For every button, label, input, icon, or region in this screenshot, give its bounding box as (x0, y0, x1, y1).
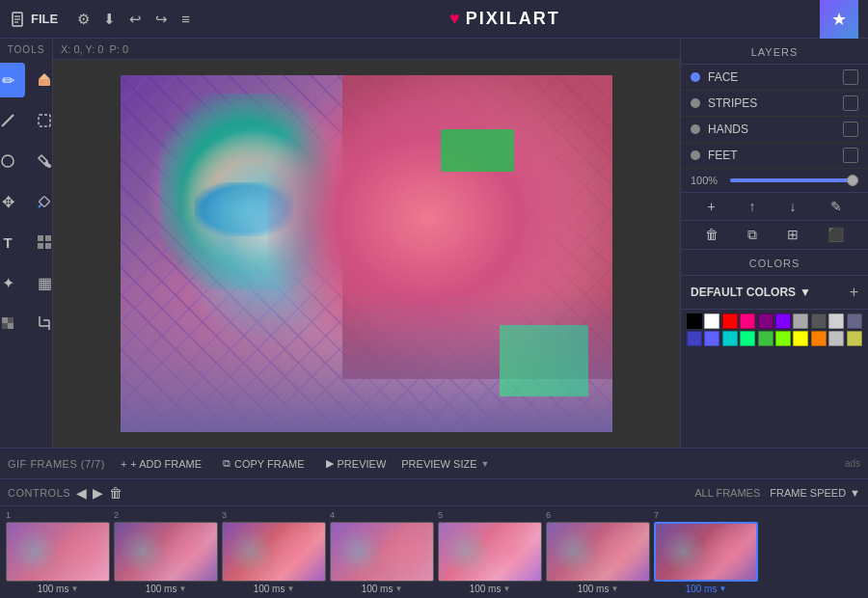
layer-item-feet[interactable]: FEET (681, 143, 868, 169)
eyedropper-icon (36, 193, 53, 210)
heart-icon: ♥ (449, 9, 460, 29)
frame-number: 3 (222, 510, 227, 520)
layer-vis-toggle[interactable] (843, 122, 858, 137)
frame-time-arrow[interactable]: ▼ (178, 584, 186, 593)
color-swatch[interactable] (811, 331, 827, 346)
layer-vis-toggle[interactable] (843, 148, 858, 163)
crop-icon (36, 314, 53, 332)
frame-time: 100 ms (38, 584, 69, 594)
layer-delete-btn[interactable]: 🗑 (705, 227, 719, 243)
color-swatch[interactable] (722, 313, 738, 329)
preview-size-arrow: ▼ (481, 459, 490, 469)
color-swatch[interactable] (687, 313, 702, 329)
frame-thumb[interactable] (330, 522, 434, 582)
premium-button[interactable]: ★ (820, 0, 858, 39)
frame-thumb[interactable] (222, 522, 326, 582)
opacity-slider[interactable] (730, 178, 858, 182)
redo-icon[interactable]: ↪ (155, 11, 168, 28)
ctrl-delete-btn[interactable]: 🗑 (109, 485, 122, 501)
layer-item-stripes[interactable]: STRIPES (681, 91, 868, 117)
frame-time-arrow[interactable]: ▼ (394, 584, 402, 593)
ctrl-next-btn[interactable]: ▶ (93, 485, 103, 501)
color-swatch[interactable] (758, 331, 773, 346)
layer-merge-btn[interactable]: ⊞ (787, 227, 799, 243)
color-swatch[interactable] (758, 313, 773, 329)
frame-time-arrow[interactable]: ▼ (502, 584, 510, 593)
layer-add-btn[interactable]: + (707, 199, 715, 214)
frame-item[interactable]: 1 100 ms ▼ (6, 510, 110, 594)
layer-copy-btn[interactable]: ⧉ (747, 227, 757, 243)
frame-time-arrow[interactable]: ▼ (286, 584, 294, 593)
frames-toolbar: GIF FRAMES (7/7) + + ADD FRAME ⧉ COPY FR… (0, 448, 868, 479)
frame-time-arrow[interactable]: ▼ (719, 584, 726, 593)
preview-size-btn[interactable]: PREVIEW SIZE ▼ (401, 458, 489, 470)
frame-item[interactable]: 3 100 ms ▼ (222, 510, 326, 594)
tool-ellipse[interactable] (0, 144, 25, 178)
layer-more-btn[interactable]: ⬛ (827, 227, 844, 243)
canvas-image[interactable] (121, 75, 612, 432)
opacity-row: 100% (681, 169, 868, 193)
color-swatch[interactable] (775, 313, 791, 329)
color-swatch[interactable] (775, 331, 791, 346)
color-swatch[interactable] (740, 331, 755, 346)
ads-label: ads (845, 458, 860, 469)
colors-add-btn[interactable]: + (850, 284, 858, 301)
hamburger-icon[interactable]: ≡ (181, 11, 190, 27)
color-swatch[interactable] (740, 313, 755, 329)
layer-down-btn[interactable]: ↓ (790, 199, 797, 214)
controls-bar: CONTROLS ◀ ▶ 🗑 ALL FRAMES FRAME SPEED ▼ (0, 479, 868, 506)
layer-edit-btn[interactable]: ✎ (830, 199, 842, 214)
color-swatch[interactable] (793, 313, 808, 329)
layer-item-face[interactable]: FACE (681, 65, 868, 91)
color-swatch[interactable] (722, 331, 738, 346)
color-swatch[interactable] (811, 313, 827, 329)
add-frame-btn[interactable]: + + ADD FRAME (115, 456, 207, 472)
frame-thumb[interactable] (546, 522, 650, 582)
frame-speed-btn[interactable]: FRAME SPEED ▼ (770, 487, 860, 499)
settings-icon[interactable]: ⚙ (77, 11, 90, 28)
ctrl-prev-btn[interactable]: ◀ (76, 485, 87, 501)
copy-frame-btn[interactable]: ⧉ COPY FRAME (217, 455, 311, 472)
frame-thumb[interactable] (6, 522, 110, 582)
frame-thumb-selected[interactable] (654, 522, 758, 582)
tool-move[interactable]: ✥ (0, 184, 25, 219)
color-swatch[interactable] (828, 313, 844, 329)
tool-pencil[interactable]: ✏ (0, 63, 25, 97)
layer-up-btn[interactable]: ↑ (749, 199, 756, 214)
color-swatch[interactable] (687, 331, 702, 346)
frame-thumb[interactable] (438, 522, 542, 582)
layer-vis-toggle[interactable] (843, 69, 858, 85)
download-icon[interactable]: ⬇ (103, 11, 116, 28)
copy-frame-label: COPY FRAME (234, 458, 305, 470)
frame-item[interactable]: 6 100 ms ▼ (546, 510, 650, 594)
tool-wand[interactable]: ✦ (0, 265, 25, 300)
colors-dropdown-icon[interactable]: ▼ (800, 285, 811, 299)
file-icon (10, 11, 27, 28)
frame-item[interactable]: 5 100 ms ▼ (438, 510, 542, 594)
frame-item[interactable]: 4 100 ms ▼ (330, 510, 434, 594)
tool-stamp[interactable] (0, 306, 25, 340)
layer-visibility-dot (691, 98, 700, 108)
canvas-coords: X: 0, Y: 0 (61, 43, 103, 55)
frame-item-selected[interactable]: 7 100 ms ▼ (654, 510, 758, 594)
color-swatch[interactable] (704, 313, 719, 329)
layer-item-hands[interactable]: HANDS (681, 117, 868, 143)
tool-text[interactable]: T (0, 225, 25, 259)
color-swatch[interactable] (847, 313, 862, 329)
frame-item[interactable]: 2 100 ms ▼ (114, 510, 218, 594)
canvas-viewport[interactable] (53, 60, 680, 448)
preview-btn[interactable]: ▶ PREVIEW (320, 455, 393, 472)
file-menu[interactable]: FILE (10, 11, 58, 28)
layer-vis-toggle[interactable] (843, 95, 858, 111)
colors-section-title: COLORS (681, 250, 868, 276)
frame-time-arrow[interactable]: ▼ (70, 584, 78, 593)
undo-icon[interactable]: ↩ (129, 11, 142, 28)
color-swatch[interactable] (704, 331, 719, 346)
frame-time-arrow[interactable]: ▼ (610, 584, 618, 593)
color-swatch[interactable] (828, 331, 844, 346)
color-swatch[interactable] (793, 331, 808, 346)
frame-thumb[interactable] (114, 522, 218, 582)
svg-point-9 (47, 164, 51, 168)
tool-line[interactable] (0, 103, 25, 138)
color-swatch[interactable] (847, 331, 862, 346)
